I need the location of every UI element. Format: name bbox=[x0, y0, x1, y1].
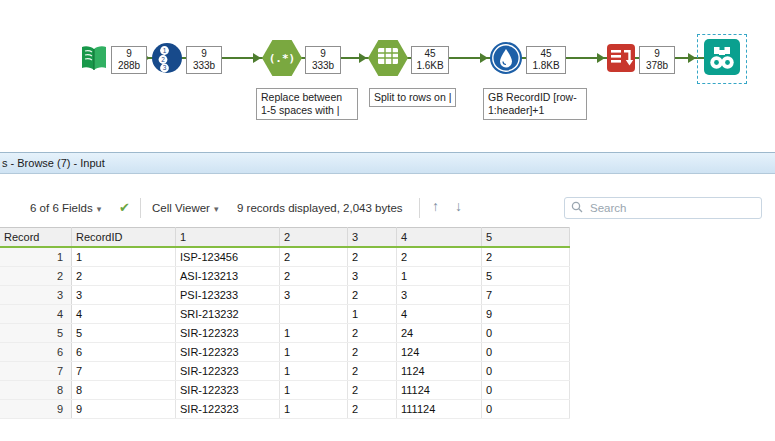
row-number-cell[interactable]: 6 bbox=[0, 343, 72, 362]
table-cell[interactable]: 11124 bbox=[397, 381, 482, 400]
table-cell[interactable]: 3 bbox=[280, 286, 348, 305]
cross-tab-tool[interactable] bbox=[606, 43, 636, 73]
annotation-crosstab-output[interactable]: 9 378b bbox=[639, 46, 675, 74]
table-row[interactable]: 88SIR-12232312111240 bbox=[0, 381, 570, 400]
table-cell[interactable]: 2 bbox=[348, 381, 397, 400]
table-cell[interactable]: 2 bbox=[482, 247, 570, 267]
table-cell[interactable]: 2 bbox=[72, 267, 176, 286]
multi-row-formula-caption[interactable]: GB RecordID [row-1:header]+1 bbox=[483, 88, 587, 120]
table-row[interactable]: 44SRI-213232149 bbox=[0, 305, 570, 324]
table-cell[interactable]: SRI-213232 bbox=[176, 305, 280, 324]
annotation-input-output[interactable]: 9 288b bbox=[111, 46, 147, 74]
table-cell[interactable]: 1 bbox=[280, 400, 348, 419]
table-cell[interactable]: 1 bbox=[280, 362, 348, 381]
table-cell[interactable]: SIR-122323 bbox=[176, 400, 280, 419]
arrow-up-icon[interactable]: ↑ bbox=[432, 197, 439, 215]
table-cell[interactable]: 2 bbox=[348, 247, 397, 267]
apply-check-icon[interactable]: ✔ bbox=[119, 199, 130, 217]
table-row[interactable]: 33PSI-1232333237 bbox=[0, 286, 570, 305]
table-cell[interactable]: 2 bbox=[348, 286, 397, 305]
table-cell[interactable]: 1 bbox=[348, 305, 397, 324]
table-row[interactable]: 99SIR-122323121111240 bbox=[0, 400, 570, 419]
table-row[interactable]: 55SIR-12232312240 bbox=[0, 324, 570, 343]
table-cell[interactable]: 124 bbox=[397, 343, 482, 362]
regex-tool-caption[interactable]: Replace between 1-5 spaces with | bbox=[256, 88, 358, 120]
table-cell[interactable]: 5 bbox=[72, 324, 176, 343]
annotation-regex-output[interactable]: 9 333b bbox=[305, 46, 341, 74]
table-cell[interactable]: 3 bbox=[72, 286, 176, 305]
table-cell[interactable]: 1124 bbox=[397, 362, 482, 381]
table-cell[interactable]: 1 bbox=[72, 247, 176, 267]
table-cell[interactable]: SIR-122323 bbox=[176, 343, 280, 362]
table-cell[interactable]: 4 bbox=[397, 305, 482, 324]
table-cell[interactable]: 1 bbox=[397, 267, 482, 286]
table-cell[interactable]: 1 bbox=[280, 381, 348, 400]
table-cell[interactable]: 2 bbox=[348, 343, 397, 362]
column-header[interactable]: 3 bbox=[348, 228, 397, 248]
row-number-cell[interactable]: 9 bbox=[0, 400, 72, 419]
table-row[interactable]: 77SIR-1223231211240 bbox=[0, 362, 570, 381]
table-cell[interactable]: 1 bbox=[280, 324, 348, 343]
column-header[interactable]: 5 bbox=[482, 228, 570, 248]
table-cell[interactable]: 8 bbox=[72, 381, 176, 400]
table-cell[interactable]: 2 bbox=[348, 362, 397, 381]
text-to-columns-tool[interactable] bbox=[368, 40, 408, 76]
search-box[interactable] bbox=[564, 197, 762, 219]
multi-row-formula-tool[interactable] bbox=[489, 41, 523, 75]
table-cell[interactable]: 2 bbox=[348, 324, 397, 343]
table-cell[interactable]: 3 bbox=[348, 267, 397, 286]
text-to-columns-caption[interactable]: Split to rows on | bbox=[369, 88, 456, 107]
table-cell[interactable]: PSI-123233 bbox=[176, 286, 280, 305]
table-cell[interactable]: 2 bbox=[397, 247, 482, 267]
table-cell[interactable]: 2 bbox=[348, 400, 397, 419]
table-cell[interactable]: ASI-123213 bbox=[176, 267, 280, 286]
table-cell[interactable]: SIR-122323 bbox=[176, 362, 280, 381]
browse-tool[interactable] bbox=[704, 39, 740, 79]
table-cell[interactable]: 9 bbox=[482, 305, 570, 324]
column-header[interactable]: 2 bbox=[280, 228, 348, 248]
cell-viewer-dropdown[interactable]: Cell Viewer▾ bbox=[152, 199, 218, 218]
table-row[interactable]: 11ISP-1234562222 bbox=[0, 247, 570, 267]
row-number-cell[interactable]: 7 bbox=[0, 362, 72, 381]
table-cell[interactable]: 0 bbox=[482, 381, 570, 400]
column-header[interactable]: 1 bbox=[176, 228, 280, 248]
column-header[interactable]: RecordID bbox=[72, 228, 176, 248]
table-cell[interactable]: 2 bbox=[280, 267, 348, 286]
table-cell[interactable]: 0 bbox=[482, 362, 570, 381]
table-cell[interactable]: 111124 bbox=[397, 400, 482, 419]
record-id-tool[interactable]: 1 2 3 bbox=[151, 42, 183, 74]
column-header[interactable]: Record bbox=[0, 228, 72, 248]
table-cell[interactable]: ISP-123456 bbox=[176, 247, 280, 267]
row-number-cell[interactable]: 2 bbox=[0, 267, 72, 286]
table-cell[interactable]: 4 bbox=[72, 305, 176, 324]
table-cell[interactable]: 3 bbox=[397, 286, 482, 305]
table-row[interactable]: 22ASI-1232132315 bbox=[0, 267, 570, 286]
browse-tool-selection[interactable] bbox=[697, 34, 747, 84]
row-number-cell[interactable]: 8 bbox=[0, 381, 72, 400]
annotation-formula-output[interactable]: 45 1.8KB bbox=[526, 46, 566, 74]
table-cell[interactable]: 0 bbox=[482, 343, 570, 362]
table-cell[interactable]: 7 bbox=[72, 362, 176, 381]
annotation-texttocolumns-output[interactable]: 45 1.6KB bbox=[411, 46, 449, 74]
row-number-cell[interactable]: 5 bbox=[0, 324, 72, 343]
table-cell[interactable]: SIR-122323 bbox=[176, 324, 280, 343]
table-row[interactable]: 66SIR-122323121240 bbox=[0, 343, 570, 362]
regex-tool[interactable]: (.*) bbox=[262, 40, 302, 76]
results-tab-bar[interactable]: s - Browse (7) - Input bbox=[0, 152, 775, 174]
arrow-down-icon[interactable]: ↓ bbox=[455, 197, 462, 215]
workflow-canvas[interactable]: 9 288b 1 2 3 9 333b (.*) bbox=[0, 0, 775, 150]
table-cell[interactable]: 9 bbox=[72, 400, 176, 419]
row-number-cell[interactable]: 1 bbox=[0, 247, 72, 267]
row-number-cell[interactable]: 3 bbox=[0, 286, 72, 305]
table-cell[interactable]: 2 bbox=[280, 247, 348, 267]
fields-dropdown[interactable]: 6 of 6 Fields▾ bbox=[30, 199, 101, 218]
table-cell[interactable]: 0 bbox=[482, 400, 570, 419]
input-data-tool[interactable] bbox=[78, 42, 110, 74]
table-cell[interactable]: 6 bbox=[72, 343, 176, 362]
table-cell[interactable]: 5 bbox=[482, 267, 570, 286]
table-cell[interactable]: 0 bbox=[482, 324, 570, 343]
table-cell[interactable]: 1 bbox=[280, 343, 348, 362]
row-number-cell[interactable]: 4 bbox=[0, 305, 72, 324]
table-cell[interactable]: SIR-122323 bbox=[176, 381, 280, 400]
table-cell[interactable] bbox=[280, 305, 348, 324]
